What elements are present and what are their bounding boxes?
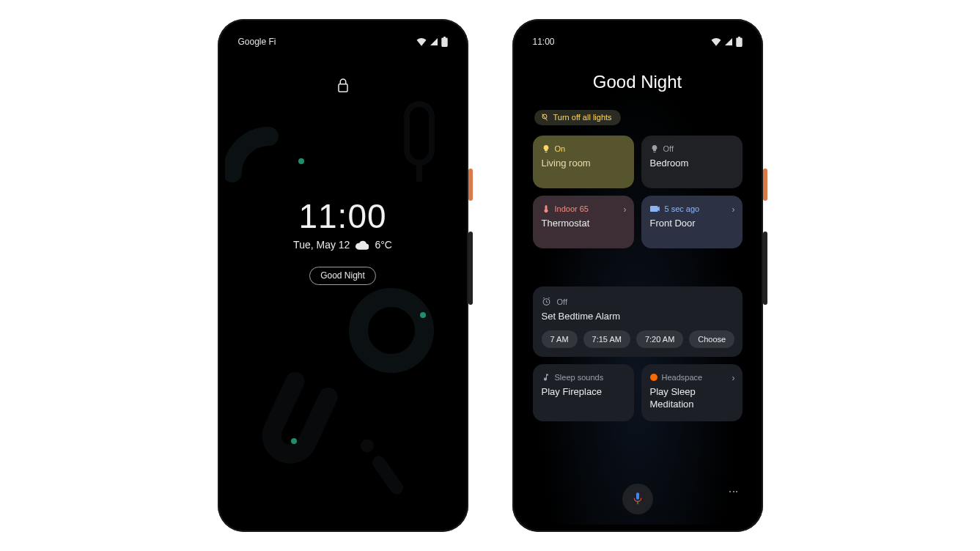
date-weather-row: Tue, May 12 6°C bbox=[293, 239, 392, 251]
signal-icon bbox=[724, 37, 733, 46]
weather-icon bbox=[355, 240, 369, 250]
headspace-icon bbox=[650, 374, 657, 381]
clock-label: 11:00 bbox=[533, 37, 555, 47]
bulb-icon bbox=[542, 144, 550, 153]
bottom-bar: ⋮ bbox=[520, 484, 756, 514]
battery-icon bbox=[441, 37, 448, 47]
volume-button[interactable] bbox=[468, 232, 473, 305]
volume-button[interactable] bbox=[763, 232, 767, 305]
lock-icon bbox=[336, 78, 350, 97]
wifi-icon bbox=[416, 37, 427, 46]
alarm-status: Off bbox=[557, 297, 567, 306]
assistant-button[interactable] bbox=[622, 484, 653, 514]
music-note-icon bbox=[542, 373, 550, 382]
alarm-option-choose[interactable]: Choose bbox=[689, 330, 734, 348]
thermostat-icon bbox=[542, 204, 550, 213]
phone-lockscreen: Google Fi 11:00 Tue, May 12 6°C Good Nig… bbox=[218, 19, 468, 532]
bulb-icon bbox=[650, 144, 659, 153]
tile-bedroom[interactable]: Off Bedroom bbox=[641, 136, 743, 188]
carrier-label: Google Fi bbox=[238, 37, 276, 47]
date-label: Tue, May 12 bbox=[293, 239, 350, 251]
media-tiles: Sleep sounds Play Fireplace Headspace › … bbox=[533, 364, 743, 421]
tile-label: Front Door bbox=[650, 218, 734, 229]
clock-time: 11:00 bbox=[298, 196, 386, 236]
wifi-icon bbox=[711, 37, 721, 46]
greeting-title: Good Night bbox=[533, 72, 743, 92]
tile-status: On bbox=[555, 144, 566, 153]
tile-thermostat[interactable]: Indoor 65 › Thermostat bbox=[533, 196, 634, 248]
mic-icon bbox=[632, 492, 644, 506]
alarm-option-1[interactable]: 7:15 AM bbox=[583, 330, 630, 348]
tile-status: 5 sec ago bbox=[665, 204, 700, 213]
chevron-right-icon: › bbox=[732, 373, 735, 383]
screen-lock: Google Fi 11:00 Tue, May 12 6°C Good Nig… bbox=[225, 26, 461, 525]
svg-rect-9 bbox=[636, 492, 639, 499]
lock-content: 11:00 Tue, May 12 6°C Good Night bbox=[225, 26, 461, 525]
tile-headspace[interactable]: Headspace › Play Sleep Meditation bbox=[641, 364, 743, 421]
more-icon[interactable]: ⋮ bbox=[728, 487, 740, 498]
status-bar: Google Fi bbox=[225, 37, 461, 47]
panel-content: Good Night Turn off all lights On Living… bbox=[520, 26, 756, 525]
alarm-options-row: 7 AM 7:15 AM 7:20 AM Choose bbox=[542, 330, 734, 348]
device-tiles: On Living room Off Bedroom Indoor 65 bbox=[533, 136, 743, 248]
tile-sleep-sounds[interactable]: Sleep sounds Play Fireplace bbox=[533, 364, 634, 421]
status-icons bbox=[711, 37, 743, 47]
svg-rect-5 bbox=[339, 84, 347, 92]
sounds-title: Play Fireplace bbox=[542, 386, 625, 399]
power-button[interactable] bbox=[468, 169, 473, 201]
camera-icon bbox=[650, 204, 660, 213]
tile-label: Bedroom bbox=[650, 158, 734, 169]
turn-off-lights-chip[interactable]: Turn off all lights bbox=[534, 110, 621, 125]
turn-off-lights-label: Turn off all lights bbox=[553, 113, 612, 122]
good-night-chip[interactable]: Good Night bbox=[309, 267, 376, 285]
alarm-option-0[interactable]: 7 AM bbox=[542, 330, 578, 348]
phone-smart-panel: 11:00 Good Night Turn off all lights On bbox=[512, 19, 763, 532]
power-button[interactable] bbox=[763, 169, 767, 201]
tile-label: Thermostat bbox=[542, 218, 625, 229]
alarm-title: Set Bedtime Alarm bbox=[542, 311, 734, 322]
tile-front-door[interactable]: 5 sec ago › Front Door bbox=[641, 196, 743, 248]
headspace-header: Headspace bbox=[662, 373, 703, 382]
tile-label: Living room bbox=[542, 158, 625, 169]
chevron-right-icon: › bbox=[624, 204, 627, 215]
screen-panel: 11:00 Good Night Turn off all lights On bbox=[520, 26, 756, 525]
battery-icon bbox=[736, 37, 743, 47]
alarm-card[interactable]: Off Set Bedtime Alarm 7 AM 7:15 AM 7:20 … bbox=[533, 286, 743, 357]
chevron-right-icon: › bbox=[732, 204, 735, 215]
sounds-header: Sleep sounds bbox=[555, 373, 604, 382]
headspace-title: Play Sleep Meditation bbox=[650, 386, 734, 411]
tile-living-room[interactable]: On Living room bbox=[533, 136, 634, 188]
alarm-icon bbox=[542, 297, 551, 306]
alarm-option-2[interactable]: 7:20 AM bbox=[636, 330, 683, 348]
status-icons bbox=[416, 37, 448, 47]
bulb-off-icon bbox=[540, 113, 549, 122]
signal-icon bbox=[430, 37, 438, 46]
temp-label: 6°C bbox=[375, 239, 392, 251]
tile-status: Off bbox=[663, 144, 674, 153]
status-bar: 11:00 bbox=[520, 37, 756, 47]
tile-status: Indoor 65 bbox=[555, 204, 589, 213]
